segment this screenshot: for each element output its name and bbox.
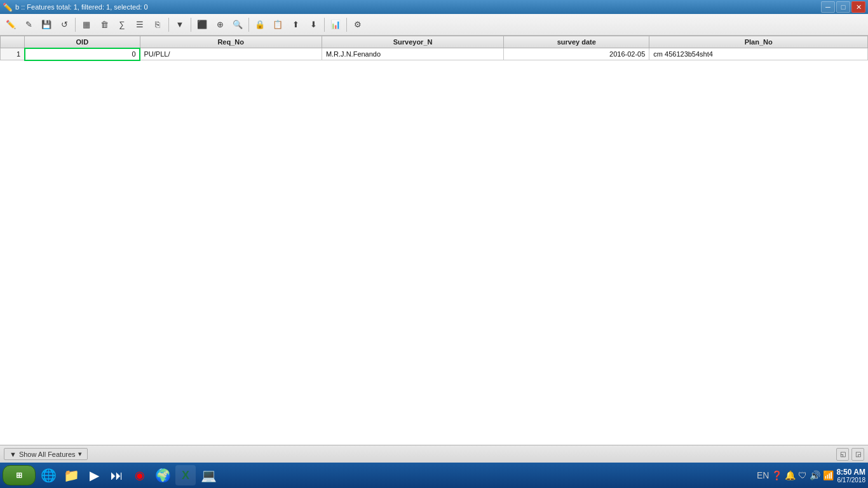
delete-icon[interactable]: 🗑 — [96, 17, 112, 33]
toggle-editing-icon[interactable]: ✎ — [20, 17, 37, 33]
add-column-icon[interactable]: ▦ — [78, 17, 95, 33]
clock-time: 8:50 AM — [836, 468, 865, 477]
table-body: 1 0 PU/PLL/ M.R.J.N.Fenando 2016-02-05 c… — [1, 48, 868, 60]
cell-surveyor-n[interactable]: M.R.J.N.Fenando — [322, 48, 503, 60]
row-num-header — [1, 36, 25, 48]
filter-icon[interactable]: ▼ — [172, 17, 188, 33]
col-header-survey-date[interactable]: survey date — [504, 36, 649, 48]
filter-icon: ▼ — [10, 451, 17, 458]
paste-icon[interactable]: 📋 — [269, 17, 286, 33]
field-calculator-icon[interactable]: ∑ — [114, 17, 130, 33]
notification-area-icon[interactable]: 🔔 — [785, 470, 796, 480]
select-all-icon[interactable]: ⬛ — [194, 17, 210, 33]
statusbar: ▼ Show All Features ▾ ◱ ◲ — [0, 445, 868, 463]
edit-icon[interactable]: ✏️ — [3, 17, 19, 33]
chrome-icon[interactable]: ◉ — [130, 465, 150, 485]
col-header-surveyor-n[interactable]: Surveyor_N — [322, 36, 503, 48]
attribute-table-icon[interactable]: ☰ — [132, 17, 148, 33]
search-icon[interactable]: 🔍 — [229, 17, 246, 33]
clock-date: 6/17/2018 — [836, 477, 865, 484]
shield-icon[interactable]: 🛡 — [798, 470, 807, 480]
main-area: OID Req_No Surveyor_N survey date Plan_N… — [0, 36, 868, 445]
separator-1 — [75, 18, 76, 32]
attribute-table: OID Req_No Surveyor_N survey date Plan_N… — [0, 36, 868, 60]
minimize-button[interactable]: ─ — [821, 1, 835, 13]
table-header-row: OID Req_No Surveyor_N survey date Plan_N… — [1, 36, 868, 48]
reload-icon[interactable]: ↺ — [56, 17, 72, 33]
help-icon[interactable]: ❓ — [771, 470, 782, 480]
media-player-icon[interactable]: ▶ — [84, 465, 104, 485]
move-down-icon[interactable]: ⬇ — [305, 17, 322, 33]
taskbar: ⊞ 🌐 📁 ▶ ⏭ ◉ 🌍 X 💻 EN ❓ 🔔 🛡 🔊 📶 8:50 AM 6… — [0, 463, 868, 488]
col-header-plan-no[interactable]: Plan_No — [649, 36, 868, 48]
show-features-label: Show All Features — [19, 451, 76, 458]
move-up-icon[interactable]: ⬆ — [287, 17, 304, 33]
ie-icon[interactable]: 🌐 — [38, 465, 58, 485]
titlebar: ✏️ b :: Features total: 1, filtered: 1, … — [0, 0, 868, 14]
close-button[interactable]: ✕ — [851, 1, 865, 13]
copy-icon[interactable]: ⎘ — [149, 17, 166, 33]
invert-selection-icon[interactable]: ⊕ — [212, 17, 228, 33]
table-wrapper[interactable]: OID Req_No Surveyor_N survey date Plan_N… — [0, 36, 868, 445]
actions-icon[interactable]: ⚙ — [349, 17, 366, 33]
start-button[interactable]: ⊞ — [3, 465, 36, 485]
row-number: 1 — [1, 48, 25, 60]
titlebar-left: ✏️ b :: Features total: 1, filtered: 1, … — [3, 3, 148, 12]
separator-6 — [346, 18, 347, 32]
dropdown-icon: ▾ — [78, 450, 82, 458]
table-row: 1 0 PU/PLL/ M.R.J.N.Fenando 2016-02-05 c… — [1, 48, 868, 60]
save-edits-icon[interactable]: 💾 — [38, 17, 55, 33]
cell-oid[interactable]: 0 — [25, 48, 140, 60]
resize-icon-1[interactable]: ◱ — [836, 448, 849, 461]
col-header-oid[interactable]: OID — [25, 36, 140, 48]
titlebar-title: b :: Features total: 1, filtered: 1, sel… — [15, 3, 148, 11]
lang-indicator: EN — [757, 470, 769, 480]
clock[interactable]: 8:50 AM 6/17/2018 — [836, 468, 865, 484]
statistics-icon[interactable]: 📊 — [327, 17, 344, 33]
qgis-icon[interactable]: 🌍 — [153, 465, 173, 485]
maximize-button[interactable]: □ — [836, 1, 850, 13]
excel-icon[interactable]: X — [175, 465, 196, 485]
cell-survey-date[interactable]: 2016-02-05 — [504, 48, 649, 60]
cell-plan-no[interactable]: cm 456123b54sht4 — [649, 48, 868, 60]
network-icon[interactable]: 💻 — [198, 465, 219, 485]
lock-icon[interactable]: 🔒 — [252, 17, 268, 33]
separator-4 — [248, 18, 249, 32]
sound-icon[interactable]: 🔊 — [810, 470, 820, 480]
separator-2 — [168, 18, 169, 32]
titlebar-controls: ─ □ ✕ — [821, 1, 865, 13]
explorer-icon[interactable]: 📁 — [61, 465, 81, 485]
resize-icon-2[interactable]: ◲ — [851, 448, 864, 461]
separator-5 — [324, 18, 325, 32]
cell-req-no[interactable]: PU/PLL/ — [140, 48, 322, 60]
window-icon: ✏️ — [3, 3, 13, 12]
signal-icon[interactable]: 📶 — [823, 470, 834, 480]
col-header-req-no[interactable]: Req_No — [140, 36, 322, 48]
toolbar: ✏️ ✎ 💾 ↺ ▦ 🗑 ∑ ☰ ⎘ ▼ ⬛ ⊕ 🔍 🔒 📋 ⬆ ⬇ 📊 ⚙ — [0, 14, 868, 36]
separator-3 — [191, 18, 191, 32]
show-all-features-button[interactable]: ▼ Show All Features ▾ — [4, 448, 88, 460]
wmp-icon[interactable]: ⏭ — [107, 465, 127, 485]
taskbar-right: EN ❓ 🔔 🛡 🔊 📶 8:50 AM 6/17/2018 — [757, 468, 865, 484]
